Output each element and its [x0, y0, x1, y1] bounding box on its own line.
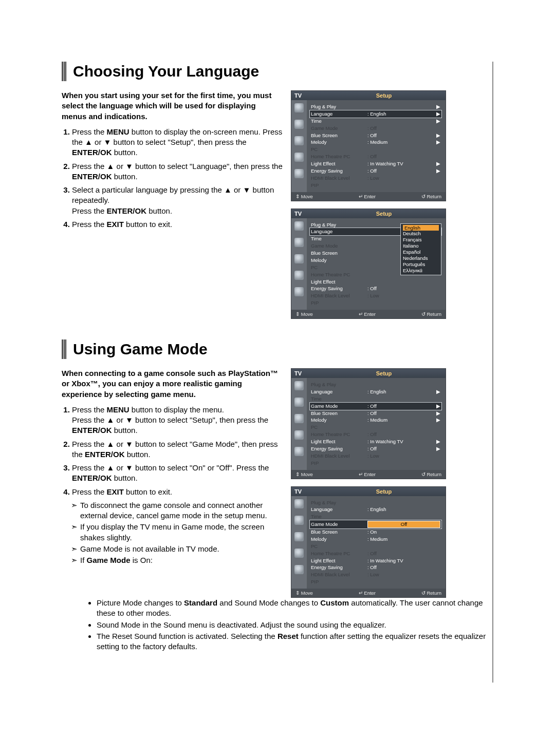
- osd-row-label: Time: [311, 236, 367, 242]
- osd-menu-list: Plug & PlayLanguage: EnglishTimeGame Mod…: [307, 496, 446, 589]
- osd-row-label: Light Effect: [311, 161, 367, 167]
- osd-row-value: : Low: [367, 453, 440, 459]
- osd-row-label: Blue Screen: [311, 529, 367, 535]
- language-option: Ελληνικά: [403, 268, 439, 274]
- osd-row: Energy Saving: Off▶: [310, 167, 441, 175]
- osd-icon: [294, 565, 304, 574]
- osd-row: Melody: Medium: [310, 536, 441, 543]
- section2-steps: Press the MENU button to display the men…: [62, 405, 283, 497]
- note-item: If Game Mode is On:: [71, 555, 283, 565]
- osd-icon: [294, 287, 304, 296]
- language-popup: EnglishDeutschFrançaisItalianoEspañolNed…: [400, 223, 441, 275]
- osd-setup-gamemode-highlight: TV Setup Plug & PlayLanguage: E: [291, 368, 446, 479]
- section2-sub-bullets: Picture Mode changes to Standard and Sou…: [94, 598, 487, 652]
- osd-row-value: : Low: [367, 572, 440, 578]
- osd-row-label: Blue Screen: [311, 410, 367, 417]
- osd-icon: [294, 136, 304, 145]
- osd-row: Light Effect: In Watching TV▶: [310, 160, 441, 167]
- osd-row: Energy Saving: Off: [310, 564, 441, 571]
- osd-row: Plug & Play: [310, 381, 441, 388]
- caret-icon: ▶: [436, 111, 440, 117]
- osd-row-value: : English: [367, 506, 440, 513]
- osd-row-label: Home Theatre PC: [311, 272, 367, 278]
- osd-row-label: PC: [311, 146, 367, 153]
- osd-row-value: : Off: [367, 431, 440, 438]
- step-item: Press the EXIT button to exit.: [72, 487, 283, 497]
- language-option: Português: [403, 261, 439, 268]
- osd-row-label: Home Theatre PC: [311, 551, 367, 557]
- section1-intro: When you start using your set for the fi…: [62, 90, 283, 122]
- osd-row-label: Melody: [311, 257, 367, 263]
- caret-icon: ▶: [436, 410, 440, 417]
- note-item: To disconnect the game console and conne…: [71, 500, 283, 521]
- step-item: Press the MENU button to display the men…: [72, 405, 283, 436]
- caret-icon: ▶: [436, 104, 440, 110]
- move-icon: ⇕: [295, 590, 300, 596]
- sub-bullet-item: Picture Mode changes to Standard and Sou…: [97, 598, 487, 619]
- osd-icon: [294, 153, 304, 162]
- osd-title: Setup: [322, 369, 446, 378]
- heading-stripe-icon: [62, 339, 67, 359]
- osd-row: Blue Screen: Off▶: [310, 132, 441, 139]
- osd-row-label: Time: [311, 514, 367, 520]
- osd-menu-list: Plug & PlayLanguageTimeGame ModeBlue Scr…: [307, 218, 446, 310]
- osd-footer-enter: Enter: [364, 590, 376, 596]
- osd-row-value: : Medium: [367, 417, 436, 423]
- osd-row-label: Language: [311, 389, 367, 395]
- osd-footer-enter: Enter: [364, 471, 376, 477]
- osd-row-label: Language: [311, 111, 367, 117]
- osd-row-label: Home Theatre PC: [311, 431, 367, 438]
- osd-row-label: Light Effect: [311, 279, 367, 285]
- return-icon: ↺: [421, 590, 425, 596]
- osd-row: Light Effect: In Watching TV▶: [310, 438, 441, 445]
- osd-row: Home Theatre PC: Off: [310, 431, 441, 438]
- step-item: Press the ▲ or ▼ button to select "Langu…: [72, 161, 283, 182]
- osd-icon: [294, 169, 304, 178]
- osd-footer: ⇕ Move ↵ Enter ↺ Return: [291, 589, 446, 597]
- osd-footer-return: Return: [427, 194, 441, 199]
- osd-row-label: Plug & Play: [311, 222, 367, 228]
- move-icon: ⇕: [295, 311, 300, 317]
- osd-footer-enter: Enter: [364, 311, 376, 317]
- heading-stripe-icon: [62, 62, 67, 81]
- osd-setup-language-highlight: TV Setup Plug & Play▶Language:: [291, 90, 446, 201]
- osd-row-label: Melody: [311, 417, 367, 423]
- section2-heading: Using Game Mode: [73, 341, 208, 358]
- enter-icon: ↵: [359, 311, 363, 317]
- caret-icon: ▶: [436, 133, 440, 139]
- osd-icon: [294, 120, 304, 129]
- osd-row-value: : Off: [367, 403, 436, 409]
- osd-row-label: HDMI Black Level: [311, 175, 367, 181]
- osd-row-value: : Low: [367, 293, 440, 299]
- step-item: Select a particular language by pressing…: [72, 185, 283, 216]
- osd-row-label: HDMI Black Level: [311, 453, 367, 459]
- osd-row-label: PIP: [311, 460, 367, 466]
- osd-footer-return: Return: [427, 471, 441, 477]
- osd-row-value: : Off: [367, 154, 440, 160]
- language-option: English: [403, 225, 439, 231]
- caret-icon: ▶: [436, 439, 440, 445]
- osd-category-icons: [291, 100, 307, 192]
- enter-icon: ↵: [359, 194, 363, 199]
- osd-row: PC: [310, 424, 441, 431]
- section-using-game-mode: Using Game Mode When connecting to a gam…: [62, 339, 487, 652]
- osd-footer-move: Move: [301, 311, 313, 317]
- osd-row: Language: English▶: [310, 110, 441, 118]
- osd-tv-label: TV: [291, 369, 322, 378]
- osd-icon: [294, 414, 304, 423]
- osd-icon: [294, 381, 304, 390]
- sub-bullet-item: Sound Mode in the Sound menu is deactiva…: [97, 620, 487, 630]
- osd-icon: [294, 430, 304, 440]
- osd-row-value: : Off: [367, 446, 436, 452]
- osd-row-label: PIP: [311, 182, 367, 188]
- osd-icon: [294, 549, 304, 558]
- language-option: Français: [403, 237, 439, 243]
- osd-row: Time: [310, 395, 441, 403]
- osd-row-label: Game Mode: [311, 243, 367, 249]
- caret-icon: ▶: [436, 161, 440, 167]
- osd-row-label: Light Effect: [311, 558, 367, 564]
- osd-icon: [294, 398, 304, 407]
- osd-title: Setup: [322, 487, 446, 496]
- return-icon: ↺: [421, 194, 425, 199]
- osd-icon: [294, 447, 304, 456]
